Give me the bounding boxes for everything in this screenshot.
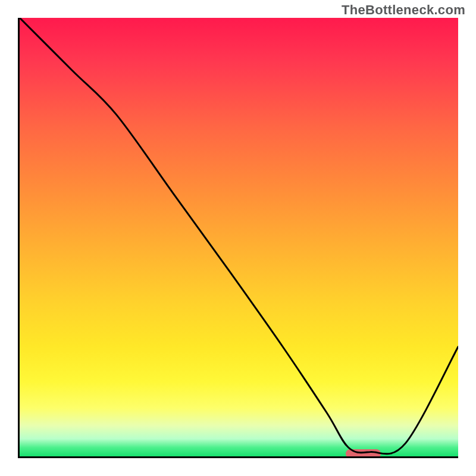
- curve-svg: [20, 18, 458, 456]
- plot-area: [18, 18, 458, 458]
- watermark-text: TheBottleneck.com: [342, 2, 465, 18]
- chart-container: TheBottleneck.com: [0, 0, 476, 476]
- bottleneck-curve: [20, 18, 458, 454]
